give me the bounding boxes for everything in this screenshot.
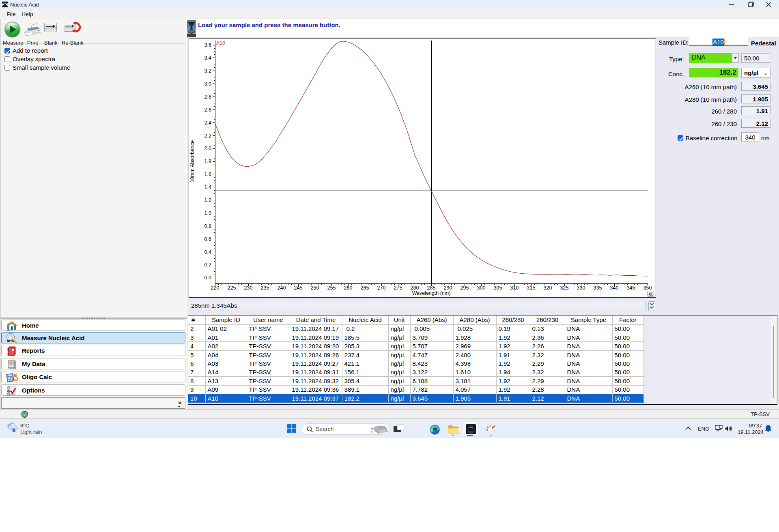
svg-text:265: 265 bbox=[361, 285, 369, 291]
svg-text:3.4: 3.4 bbox=[204, 55, 211, 61]
svg-text:3.2: 3.2 bbox=[204, 68, 211, 74]
svg-text:220: 220 bbox=[211, 285, 219, 291]
svg-text:3.6: 3.6 bbox=[204, 42, 211, 48]
svg-text:260: 260 bbox=[344, 285, 353, 291]
svg-text:1.8: 1.8 bbox=[204, 159, 211, 164]
svg-text:0.0: 0.0 bbox=[204, 275, 211, 281]
svg-text:2.6: 2.6 bbox=[204, 107, 211, 113]
svg-text:295: 295 bbox=[461, 285, 469, 291]
svg-text:305: 305 bbox=[494, 285, 502, 291]
svg-text:225: 225 bbox=[228, 285, 236, 291]
svg-text:0.2: 0.2 bbox=[204, 262, 211, 268]
svg-text:300: 300 bbox=[477, 285, 486, 291]
svg-text:Wavelength (nm): Wavelength (nm) bbox=[412, 290, 451, 296]
svg-text:330: 330 bbox=[577, 285, 585, 291]
svg-text:240: 240 bbox=[278, 285, 286, 291]
svg-text:1.4: 1.4 bbox=[204, 184, 211, 190]
svg-text:315: 315 bbox=[527, 285, 536, 291]
svg-text:2.0: 2.0 bbox=[204, 146, 211, 151]
svg-text:235: 235 bbox=[261, 285, 269, 291]
svg-text:255: 255 bbox=[327, 285, 336, 291]
svg-text:285: 285 bbox=[427, 285, 436, 291]
svg-text:345: 345 bbox=[627, 285, 635, 291]
svg-text:280: 280 bbox=[411, 285, 419, 291]
svg-text:350: 350 bbox=[643, 285, 652, 291]
svg-text:340: 340 bbox=[610, 285, 619, 291]
svg-text:230: 230 bbox=[244, 285, 253, 291]
svg-text:0.8: 0.8 bbox=[204, 223, 211, 229]
svg-text:1.0: 1.0 bbox=[204, 210, 211, 216]
svg-text:335: 335 bbox=[594, 285, 602, 291]
svg-text:2.2: 2.2 bbox=[204, 133, 211, 139]
svg-text:310: 310 bbox=[510, 285, 519, 291]
svg-text:2.4: 2.4 bbox=[204, 120, 211, 126]
svg-text:325: 325 bbox=[560, 285, 569, 291]
svg-text:1.6: 1.6 bbox=[204, 172, 211, 177]
svg-text:250: 250 bbox=[311, 285, 319, 291]
svg-text:0.6: 0.6 bbox=[204, 236, 211, 242]
svg-text:0.4: 0.4 bbox=[204, 249, 211, 255]
svg-text:A10: A10 bbox=[216, 40, 225, 46]
svg-text:1.2: 1.2 bbox=[204, 197, 211, 203]
svg-text:320: 320 bbox=[544, 285, 552, 291]
svg-text:245: 245 bbox=[294, 285, 303, 291]
svg-text:270: 270 bbox=[377, 285, 386, 291]
svg-text:290: 290 bbox=[444, 285, 452, 291]
svg-text:10mm Absorbance: 10mm Absorbance bbox=[189, 140, 195, 182]
svg-text:275: 275 bbox=[394, 285, 402, 291]
svg-text:2.8: 2.8 bbox=[204, 94, 211, 100]
svg-text:3.0: 3.0 bbox=[204, 81, 211, 87]
